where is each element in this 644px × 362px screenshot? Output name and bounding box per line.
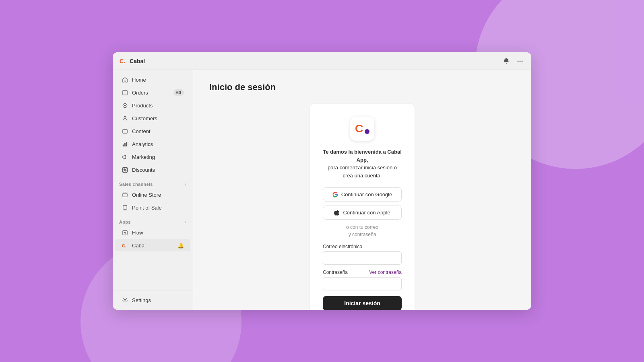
top-bar: C. Cabal xyxy=(113,52,531,70)
login-card: C Te damos la bienvenida a Cabal App, pa… xyxy=(310,104,415,310)
google-icon xyxy=(332,192,338,197)
svg-point-17 xyxy=(124,169,125,170)
sidebar-item-analytics[interactable]: Analytics xyxy=(115,138,190,150)
settings-icon xyxy=(122,297,128,303)
more-options-button[interactable] xyxy=(515,56,525,66)
home-icon xyxy=(122,76,128,83)
svg-rect-21 xyxy=(122,193,127,196)
sidebar-item-flow[interactable]: Flow xyxy=(115,226,190,239)
apps-header[interactable]: Apps › xyxy=(113,216,193,226)
app-name: Cabal xyxy=(130,58,145,64)
cabal-logo-icon: C. xyxy=(119,57,127,65)
svg-point-26 xyxy=(124,299,126,301)
content-icon xyxy=(122,128,128,134)
password-label-row: Contraseña Ver contraseña xyxy=(323,269,402,275)
sidebar-bottom: Settings xyxy=(113,290,193,306)
svg-point-28 xyxy=(365,129,369,134)
sidebar-item-point-of-sale[interactable]: Point of Sale xyxy=(115,202,190,214)
login-logo-box: C xyxy=(350,117,374,141)
discounts-icon xyxy=(122,167,128,173)
divider-text: o con tu correo y contraseña xyxy=(323,224,402,238)
sidebar-item-marketing[interactable]: Marketing xyxy=(115,151,190,163)
svg-rect-10 xyxy=(122,129,127,133)
svg-rect-24 xyxy=(122,230,127,234)
svg-rect-14 xyxy=(124,143,126,146)
google-login-button[interactable]: Continuar con Google xyxy=(323,187,402,202)
login-logo-area: C xyxy=(323,117,402,141)
svg-point-3 xyxy=(522,60,523,62)
apple-icon xyxy=(334,210,340,216)
svg-text:C: C xyxy=(355,122,363,135)
email-input[interactable] xyxy=(323,251,402,265)
app-logo: C. Cabal xyxy=(119,57,145,65)
sidebar-item-settings[interactable]: Settings xyxy=(115,294,190,306)
email-label: Correo electrónico xyxy=(323,244,402,249)
svg-point-2 xyxy=(520,60,521,62)
apps-chevron: › xyxy=(185,220,186,224)
sidebar-item-cabal[interactable]: C. Cabal 🔔 xyxy=(115,239,190,251)
orders-icon xyxy=(122,89,128,96)
cabal-app-icon: C. xyxy=(122,242,128,249)
svg-point-8 xyxy=(124,105,126,106)
products-icon xyxy=(122,102,128,109)
sales-channels-chevron: › xyxy=(185,182,186,187)
cabal-notification-icon: 🔔 xyxy=(178,243,184,249)
login-submit-button[interactable]: Iniciar sesión xyxy=(323,296,402,310)
sidebar-item-orders[interactable]: Orders 60 xyxy=(115,86,190,99)
sales-channels-header[interactable]: Sales channels › xyxy=(113,178,193,188)
customers-icon xyxy=(122,115,128,121)
sidebar-item-customers[interactable]: Customers xyxy=(115,112,190,124)
marketing-icon xyxy=(122,154,128,160)
sidebar-item-discounts[interactable]: Discounts xyxy=(115,164,190,176)
online-store-icon xyxy=(122,191,128,198)
password-input[interactable] xyxy=(323,277,402,290)
orders-badge: 60 xyxy=(173,89,184,96)
view-password-link[interactable]: Ver contraseña xyxy=(369,269,402,275)
cabal-brand-logo: C xyxy=(354,121,370,137)
top-bar-actions xyxy=(502,56,525,66)
password-label: Contraseña xyxy=(323,269,348,275)
flow-icon xyxy=(122,229,128,236)
svg-point-18 xyxy=(125,170,126,171)
svg-rect-13 xyxy=(122,144,124,146)
sidebar-item-products[interactable]: Products xyxy=(115,99,190,111)
welcome-text: Te damos la bienvenida a Cabal App, para… xyxy=(323,148,402,179)
svg-text:C.: C. xyxy=(122,244,126,248)
svg-rect-4 xyxy=(122,90,127,95)
main-layout: Home Orders 60 Products Customers xyxy=(113,70,531,310)
notification-button[interactable] xyxy=(502,56,511,66)
sidebar-item-home[interactable]: Home xyxy=(115,74,190,86)
page-title: Inicio de sesión xyxy=(209,82,515,93)
apple-login-button[interactable]: Continuar con Apple xyxy=(323,206,402,220)
sidebar: Home Orders 60 Products Customers xyxy=(113,70,193,310)
sidebar-item-content[interactable]: Content xyxy=(115,125,190,137)
pos-icon xyxy=(122,204,128,211)
svg-text:C.: C. xyxy=(120,58,125,64)
dots-icon xyxy=(517,58,523,64)
svg-rect-15 xyxy=(126,142,127,146)
svg-point-1 xyxy=(518,60,519,62)
analytics-icon xyxy=(122,141,128,147)
bell-icon xyxy=(503,58,510,64)
sidebar-item-online-store[interactable]: Online Store xyxy=(115,189,190,201)
svg-point-9 xyxy=(124,116,126,118)
content-area: Inicio de sesión C Te damos la bienvenid… xyxy=(193,70,531,310)
